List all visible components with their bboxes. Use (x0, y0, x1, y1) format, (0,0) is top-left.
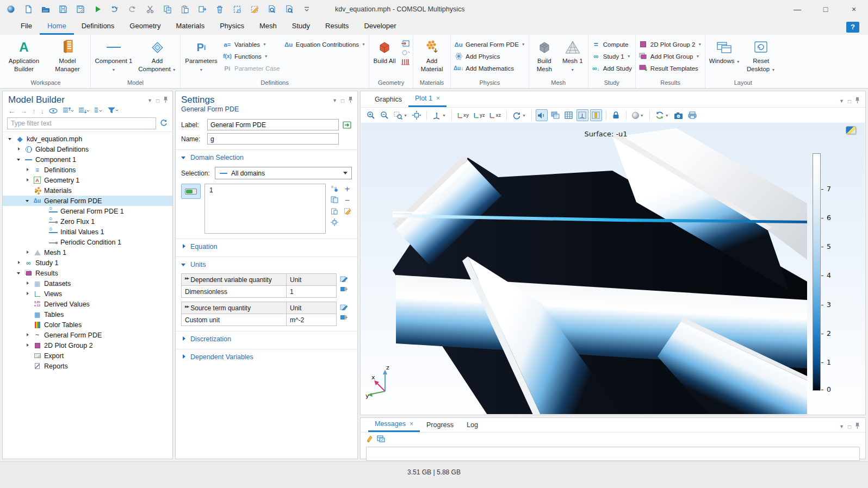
print-icon[interactable] (686, 109, 698, 121)
label-input[interactable] (207, 119, 339, 130)
windows-button[interactable]: Windows ▼ (709, 37, 740, 65)
rename-icon[interactable] (342, 120, 352, 130)
tree-item-general-form-pde-1[interactable]: DGeneral Form PDE 1 (3, 206, 172, 216)
result-templates-button[interactable]: Result Templates (639, 64, 702, 73)
new-file-icon[interactable] (23, 4, 34, 15)
name-input[interactable] (207, 133, 339, 145)
add-material-button[interactable]: Add Material (417, 37, 447, 73)
tree-item-color-tables[interactable]: Color Tables (3, 320, 172, 330)
panel-float-icon[interactable]: □ (341, 98, 344, 104)
edit-quantity-icon[interactable] (340, 303, 348, 312)
tree-item-initial-values-1[interactable]: DInitial Values 1 (3, 227, 172, 237)
maximize-button[interactable]: □ (811, 1, 840, 17)
lock-view-icon[interactable] (610, 109, 622, 121)
zoom-in-icon[interactable] (365, 109, 377, 121)
view-yz-icon[interactable]: yz (472, 109, 487, 121)
equation-contributions-button[interactable]: ΔuEquation Contributions▼ (284, 40, 365, 49)
panel-float-icon[interactable]: □ (848, 98, 851, 104)
tab-mesh[interactable]: Mesh (252, 18, 284, 35)
panel-pin-icon[interactable] (855, 97, 860, 105)
tab-messages[interactable]: Messages× (368, 418, 420, 432)
tree-item-root[interactable]: ◆kdv_equation.mph (3, 134, 172, 144)
collapse-icon[interactable] (63, 107, 73, 115)
tab-geometry[interactable]: Geometry (122, 18, 168, 35)
zoom-box-icon[interactable]: ▼ (392, 109, 409, 121)
show-icon[interactable] (49, 107, 58, 115)
clear-selection-icon[interactable] (344, 208, 351, 216)
variables-button[interactable]: a=Variables▼ (223, 40, 280, 49)
panel-float-icon[interactable]: □ (156, 98, 159, 104)
help-button[interactable]: ? (846, 22, 859, 33)
cut-icon[interactable] (145, 4, 156, 15)
add-physics-button[interactable]: Add Physics (454, 52, 525, 61)
tree-item-general-form-pde[interactable]: ΔuGeneral Form PDE (3, 196, 172, 206)
customize-toolbar-icon[interactable] (301, 4, 312, 15)
panel-menu-icon[interactable]: ▼ (839, 424, 844, 429)
clear-messages-icon[interactable] (366, 435, 373, 445)
panel-menu-icon[interactable]: ▼ (332, 98, 337, 103)
units-col-unit[interactable]: Unit (287, 274, 337, 286)
unit-cell-editable[interactable]: m^-2 (287, 314, 337, 326)
section-discretization[interactable]: Discretization (176, 331, 357, 344)
tab-physics[interactable]: Physics (212, 18, 252, 35)
transparency-icon[interactable] (549, 109, 561, 121)
save-icon[interactable] (58, 4, 69, 15)
zoom-to-selection-icon[interactable] (331, 218, 338, 228)
add-plot-group-button[interactable]: Add Plot Group▼ (639, 52, 702, 61)
run-icon[interactable] (92, 4, 103, 15)
panel-menu-icon[interactable]: ▼ (147, 98, 152, 103)
section-domain-selection[interactable]: Domain Selection (176, 149, 357, 162)
parameters-button[interactable]: Pi Parameters ▼ (184, 37, 219, 73)
add-component-button[interactable]: Add Component ▼ (138, 37, 177, 73)
tree-item-reports[interactable]: Reports (3, 361, 172, 371)
tree-item-global-definitions[interactable]: Global Definitions (3, 144, 172, 154)
rotate-view-icon[interactable]: ▼ (511, 109, 528, 121)
add-study-button[interactable]: ∞↓Add Study (592, 64, 632, 73)
parameter-case-button[interactable]: PiParameter Case (223, 64, 280, 73)
rebuild-geometry-icon[interactable] (401, 49, 410, 56)
tree-item-mesh-1[interactable]: Mesh 1 (3, 247, 172, 258)
colorbar-toggle-icon[interactable] (590, 109, 602, 121)
remove-from-selection-icon[interactable]: − (345, 196, 350, 205)
sound-toggle-icon[interactable] (536, 109, 548, 121)
clear-selection-icon[interactable] (249, 4, 260, 15)
paste-icon[interactable] (179, 4, 190, 15)
minimize-button[interactable]: — (783, 1, 811, 17)
tree-item-component-1[interactable]: Component 1 (3, 154, 172, 165)
section-dependent-variables[interactable]: Dependent Variables (176, 349, 357, 362)
panel-menu-icon[interactable]: ▼ (839, 98, 844, 104)
open-messages-window-icon[interactable] (377, 435, 385, 444)
filter-icon[interactable] (108, 107, 119, 115)
tree-item-derived-values[interactable]: 8.85e-12Derived Values (3, 299, 172, 309)
tab-progress[interactable]: Progress (420, 418, 460, 432)
view-xy-icon[interactable]: xy (456, 109, 470, 121)
tree-item-views[interactable]: Views (3, 289, 172, 299)
zoom-out-icon[interactable] (379, 109, 390, 121)
tree-item-results[interactable]: Results (3, 268, 172, 278)
close-tab-icon[interactable]: × (436, 91, 440, 105)
application-builder-button[interactable]: A Application Builder (4, 37, 44, 73)
tree-item-export[interactable]: Export (3, 351, 172, 361)
tab-study[interactable]: Study (284, 18, 318, 35)
create-selection-icon[interactable] (330, 185, 338, 193)
delete-icon[interactable] (214, 4, 225, 15)
panel-pin-icon[interactable] (855, 422, 860, 431)
tree-item-datasets[interactable]: ▦Datasets (3, 278, 172, 289)
panel-float-icon[interactable]: □ (848, 424, 851, 430)
tab-plot-1[interactable]: Plot 1× (408, 91, 447, 107)
expand-icon[interactable] (78, 107, 89, 115)
insert-expression-icon[interactable] (340, 286, 348, 294)
model-tree-node-text-icon[interactable] (94, 107, 103, 115)
default-view-icon[interactable]: ▼ (431, 109, 448, 121)
tree-item-zero-flux-1[interactable]: DZero Flux 1 (3, 216, 172, 227)
messages-output[interactable] (366, 447, 860, 461)
move-up-icon[interactable]: ↑ (32, 107, 36, 115)
unit-cell[interactable]: 1 (287, 286, 337, 298)
tab-file[interactable]: File (13, 18, 40, 35)
tree-item-geometry-1[interactable]: AGeometry 1 (3, 175, 172, 185)
tab-materials[interactable]: Materials (168, 18, 212, 35)
save-as-icon[interactable] (75, 4, 86, 15)
close-button[interactable]: × (840, 1, 868, 17)
units-col-quantity[interactable]: ▶▶Source term quantity (182, 302, 287, 314)
units-col-unit[interactable]: Unit (287, 302, 337, 314)
